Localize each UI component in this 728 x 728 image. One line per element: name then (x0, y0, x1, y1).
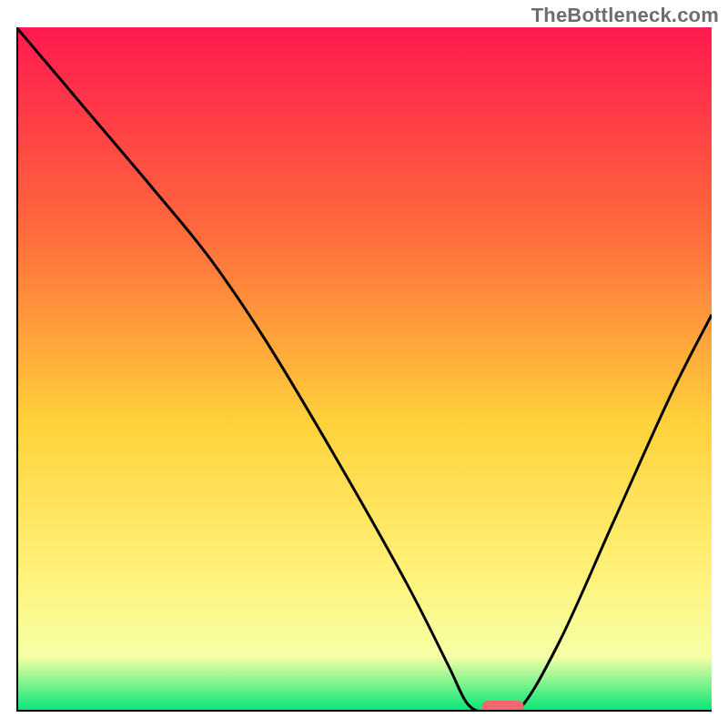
plot-area (16, 27, 712, 712)
bottleneck-chart: TheBottleneck.com (0, 0, 728, 728)
chart-svg (16, 27, 712, 712)
gradient-background (16, 27, 712, 712)
attribution-text: TheBottleneck.com (531, 4, 719, 27)
